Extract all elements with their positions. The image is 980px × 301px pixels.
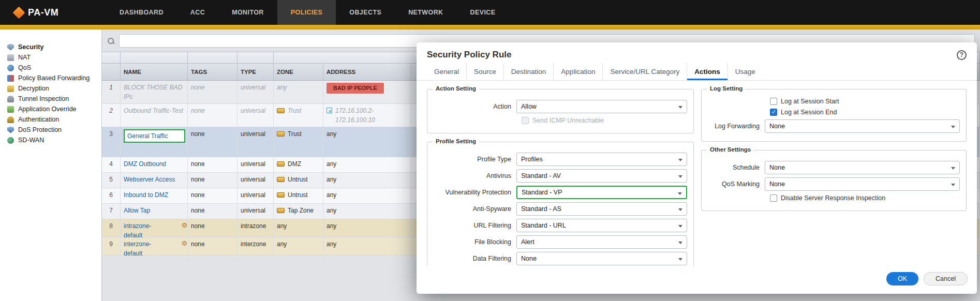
row-number: 1 — [102, 81, 121, 103]
sidebar-item-authentication[interactable]: Authentication — [0, 114, 101, 125]
col-header-name[interactable]: NAME — [121, 64, 188, 80]
sidebar-item-decryption[interactable]: Decryption — [0, 83, 101, 94]
address-value[interactable]: 172.16.100.2-172.16.100.10 — [335, 106, 408, 125]
zone-name[interactable]: Untrust — [288, 175, 308, 184]
app-window: PA-VM DASHBOARD ACC MONITOR POLICIES OBJ… — [0, 0, 980, 301]
profile-type-select[interactable]: Profiles — [516, 153, 687, 166]
type-cell: universal — [237, 188, 274, 203]
sidebar-item-tunnel-inspection[interactable]: Tunnel Inspection — [0, 94, 101, 104]
sidebar-item-label: NAT — [18, 54, 31, 61]
tab-actions[interactable]: Actions — [687, 63, 728, 80]
nav-item-objects[interactable]: OBJECTS — [336, 0, 395, 25]
zone-name[interactable]: Tap Zone — [288, 206, 314, 215]
address-object-badge[interactable]: BAD IP PEOPLE — [326, 83, 384, 94]
zone-name[interactable]: DMZ — [288, 159, 301, 169]
col-header-tags[interactable]: TAGS — [188, 64, 237, 80]
rule-name-link-highlighted[interactable]: General Traffic — [124, 129, 185, 143]
tab-source[interactable]: Source — [467, 63, 504, 80]
anti-spyware-select[interactable]: Standard - AS — [516, 202, 687, 216]
rule-name-link[interactable]: DMZ Outbound — [124, 159, 166, 169]
other-settings-legend: Other Settings — [707, 146, 754, 153]
zone-icon — [277, 192, 285, 198]
log-forwarding-value: None — [769, 123, 785, 130]
tags-cell: none — [188, 157, 237, 172]
sidebar-item-application-override[interactable]: Application Override — [0, 104, 101, 114]
dos-protection-icon — [7, 127, 14, 133]
pbf-icon — [7, 75, 14, 82]
rule-name-link[interactable]: Allow Tap — [124, 206, 150, 215]
tab-service-url-category[interactable]: Service/URL Category — [603, 63, 687, 80]
col-header-address[interactable]: ADDRESS — [323, 64, 411, 80]
file-blocking-select[interactable]: Alert — [516, 235, 687, 249]
rule-name-link[interactable]: Webserver Access — [124, 175, 175, 184]
gear-icon[interactable] — [181, 222, 187, 229]
log-forwarding-select[interactable]: None — [765, 119, 960, 133]
address-cell: any — [323, 204, 411, 219]
tab-application[interactable]: Application — [554, 63, 603, 80]
anti-spyware-value: Standard - AS — [521, 205, 561, 213]
nav-item-policies[interactable]: POLICIES — [277, 0, 336, 25]
schedule-select[interactable]: None — [765, 161, 960, 174]
vulnerability-protection-select[interactable]: Standard - VP — [516, 186, 687, 199]
log-setting-group: Log Setting Log at Session Start Log at … — [701, 89, 967, 142]
rule-name-link[interactable]: Outbound Traffic-Test — [124, 106, 183, 115]
nav-item-dashboard[interactable]: DASHBOARD — [106, 0, 177, 25]
nav-item-device[interactable]: DEVICE — [457, 0, 509, 25]
zone-name[interactable]: Untrust — [288, 190, 308, 200]
url-filtering-select[interactable]: Standard - URL — [516, 219, 687, 232]
action-select[interactable]: Allow — [516, 100, 687, 113]
zone-cell: any — [274, 81, 323, 103]
zone-name[interactable]: Trust — [288, 129, 302, 139]
tags-cell: none — [188, 127, 237, 157]
tab-general[interactable]: General — [427, 63, 467, 80]
tags-cell: none — [188, 237, 237, 260]
qos-marking-select[interactable]: None — [765, 177, 960, 191]
cancel-button[interactable]: Cancel — [924, 272, 968, 285]
sidebar-item-security[interactable]: Security — [0, 42, 101, 52]
url-filtering-value: Standard - URL — [521, 222, 566, 229]
tags-cell: none — [188, 104, 237, 127]
vulnerability-protection-label: Vulnerability Protection — [434, 189, 516, 196]
vulnerability-protection-value: Standard - VP — [522, 189, 562, 196]
zone-name[interactable]: Trust — [288, 106, 301, 115]
sidebar-item-nat[interactable]: NAT — [0, 52, 101, 63]
log-at-session-start-checkbox[interactable] — [770, 98, 777, 105]
sidebar-item-label: Security — [18, 43, 43, 51]
tab-usage[interactable]: Usage — [728, 63, 763, 80]
col-header-zone[interactable]: ZONE — [274, 64, 323, 80]
row-number: 2 — [102, 104, 121, 127]
rule-name-link[interactable]: BLOCK THOSE BAD IPs — [124, 83, 184, 101]
sidebar-item-qos[interactable]: QoS — [0, 63, 101, 73]
sidebar-item-policy-based-forwarding[interactable]: Policy Based Forwarding — [0, 73, 101, 83]
type-cell: universal — [237, 81, 274, 103]
sdwan-icon — [7, 137, 14, 144]
ok-button[interactable]: OK — [886, 272, 918, 285]
qos-marking-value: None — [769, 180, 785, 188]
log-at-session-end-checkbox[interactable] — [770, 109, 777, 116]
rule-name-link[interactable]: interzone-default — [124, 239, 151, 258]
anti-spyware-label: Anti-Spyware — [434, 205, 516, 213]
col-header-type[interactable]: TYPE — [237, 64, 274, 80]
header-spacer — [188, 52, 237, 64]
col-header-num — [102, 64, 121, 80]
nav-item-network[interactable]: NETWORK — [395, 0, 456, 25]
nav-item-acc[interactable]: ACC — [177, 0, 218, 25]
help-icon[interactable]: ? — [957, 50, 967, 60]
zone-icon — [277, 131, 285, 137]
data-filtering-select[interactable]: None — [516, 252, 687, 265]
send-icmp-unreachable-checkbox[interactable] — [522, 117, 529, 124]
zone-icon — [277, 108, 285, 113]
antivirus-select[interactable]: Standard - AV — [516, 169, 687, 183]
disable-server-response-inspection-checkbox[interactable] — [770, 194, 777, 202]
rule-name-link[interactable]: Inbound to DMZ — [124, 190, 168, 200]
gear-icon[interactable] — [181, 240, 187, 247]
sidebar-item-dos-protection[interactable]: DoS Protection — [0, 125, 101, 135]
action-setting-legend: Action Setting — [433, 85, 479, 92]
pa-logo-icon — [12, 6, 25, 19]
type-cell: universal — [237, 127, 274, 157]
row-number: 7 — [102, 204, 121, 219]
tab-destination[interactable]: Destination — [504, 63, 554, 80]
sidebar-item-sdwan[interactable]: SD-WAN — [0, 135, 101, 145]
nav-item-monitor[interactable]: MONITOR — [218, 0, 277, 25]
sidebar-item-label: Authentication — [18, 116, 59, 123]
